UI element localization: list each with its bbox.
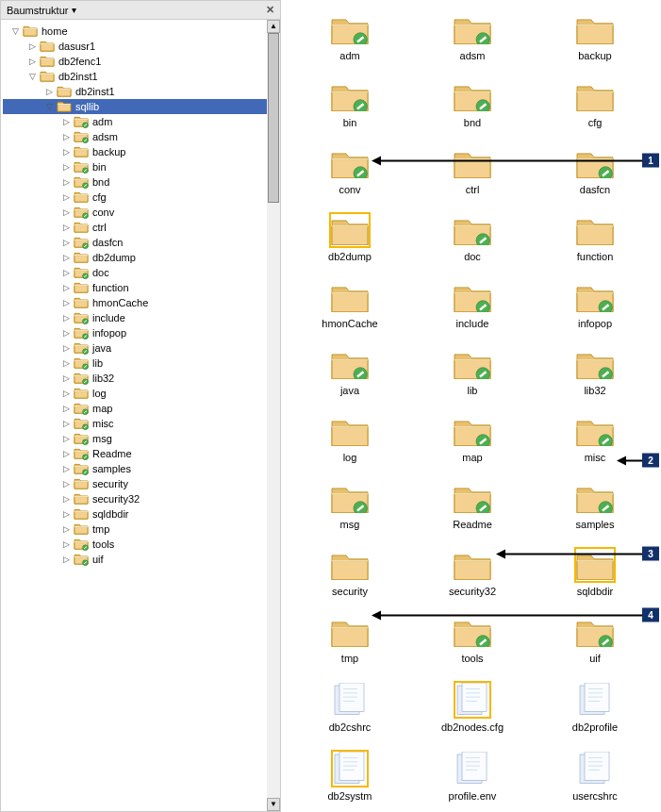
- tree-item-security32[interactable]: ▷ security32: [3, 491, 267, 506]
- expand-icon[interactable]: ▷: [61, 373, 72, 383]
- grid-item-doc[interactable]: doc: [411, 212, 534, 262]
- grid-item-include[interactable]: include: [411, 279, 534, 329]
- tree-item-lib32[interactable]: ▷ lib32: [3, 371, 267, 386]
- expand-icon[interactable]: ▷: [61, 283, 72, 292]
- collapse-icon[interactable]: ▽: [44, 102, 55, 111]
- expand-icon[interactable]: ▷: [61, 192, 72, 202]
- tree-item-tmp[interactable]: ▷ tmp: [3, 522, 267, 537]
- grid-item-profile-env[interactable]: profile.env: [411, 750, 534, 802]
- tree-item-infopop[interactable]: ▷ infopop: [3, 325, 267, 340]
- tree-item-sqllib[interactable]: ▽ sqllib: [3, 99, 267, 114]
- grid-item-misc[interactable]: misc: [534, 413, 656, 463]
- grid-item-db2systm[interactable]: db2systm: [289, 750, 411, 802]
- grid-item-uif[interactable]: uif: [534, 614, 656, 664]
- expand-icon[interactable]: ▷: [61, 313, 72, 323]
- scroll-down-icon[interactable]: ▼: [267, 798, 280, 811]
- tree-item-adm[interactable]: ▷ adm: [3, 114, 267, 129]
- grid-item-db2dump[interactable]: db2dump: [289, 212, 411, 262]
- tree-item-bin[interactable]: ▷ bin: [3, 159, 267, 174]
- grid-item-adm[interactable]: adm: [289, 11, 411, 61]
- expand-icon[interactable]: ▷: [61, 132, 72, 141]
- expand-icon[interactable]: ▷: [61, 404, 72, 413]
- tree-item-tools[interactable]: ▷ tools: [3, 537, 267, 552]
- expand-icon[interactable]: ▷: [61, 358, 72, 368]
- expand-icon[interactable]: ▷: [61, 389, 72, 398]
- tree-item-dasusr1[interactable]: ▷ dasusr1: [3, 39, 267, 54]
- tree-item-dasfcn[interactable]: ▷ dasfcn: [3, 235, 267, 250]
- tree-item-db2inst1[interactable]: ▽ db2inst1: [3, 69, 267, 84]
- tree-item-java[interactable]: ▷ java: [3, 340, 267, 356]
- grid-item-sqldbdir[interactable]: sqldbdir: [534, 547, 656, 597]
- grid-item-hmoncache[interactable]: hmonCache: [289, 279, 411, 329]
- expand-icon[interactable]: ▷: [61, 238, 72, 247]
- tree-item-function[interactable]: ▷ function: [3, 280, 267, 295]
- grid-item-ctrl[interactable]: ctrl: [411, 145, 534, 195]
- grid-item-adsm[interactable]: adsm: [411, 11, 534, 61]
- tree-item-map[interactable]: ▷ map: [3, 401, 267, 416]
- expand-icon[interactable]: ▷: [61, 449, 72, 458]
- tree-item-db2fenc1[interactable]: ▷ db2fenc1: [3, 54, 267, 69]
- expand-icon[interactable]: ▷: [61, 343, 72, 353]
- grid-item-log[interactable]: log: [289, 413, 411, 463]
- tree-item-db2dump[interactable]: ▷ db2dump: [3, 250, 267, 265]
- sidebar-title[interactable]: Baumstruktur ▾: [7, 5, 76, 16]
- tree-item-log[interactable]: ▷ log: [3, 386, 267, 401]
- grid-item-bin[interactable]: bin: [289, 78, 411, 128]
- expand-icon[interactable]: ▷: [61, 162, 72, 172]
- expand-icon[interactable]: ▷: [61, 147, 72, 157]
- expand-icon[interactable]: ▷: [61, 419, 72, 428]
- grid-item-tmp[interactable]: tmp: [289, 614, 411, 664]
- grid-item-backup[interactable]: backup: [534, 11, 656, 61]
- expand-icon[interactable]: ▷: [61, 524, 72, 534]
- grid-item-map[interactable]: map: [411, 413, 534, 463]
- grid-item-security[interactable]: security: [289, 547, 411, 597]
- expand-icon[interactable]: ▷: [61, 268, 72, 277]
- grid-item-lib[interactable]: lib: [411, 346, 534, 396]
- tree-item-samples[interactable]: ▷ samples: [3, 461, 267, 476]
- close-icon[interactable]: ✕: [266, 4, 274, 16]
- expand-icon[interactable]: ▷: [61, 298, 72, 307]
- grid-item-conv[interactable]: conv: [289, 145, 411, 195]
- grid-item-security32[interactable]: security32: [411, 547, 534, 597]
- expand-icon[interactable]: ▷: [61, 509, 72, 519]
- tree-item-bnd[interactable]: ▷ bnd: [3, 174, 267, 190]
- tree-item-conv[interactable]: ▷ conv: [3, 205, 267, 220]
- tree-item-readme[interactable]: ▷ Readme: [3, 446, 267, 461]
- tree-item-sqldbdir[interactable]: ▷ sqldbdir: [3, 506, 267, 522]
- grid-item-tools[interactable]: tools: [411, 614, 534, 664]
- scrollbar[interactable]: ▲ ▼: [267, 20, 280, 811]
- tree-item-misc[interactable]: ▷ misc: [3, 416, 267, 431]
- grid-item-function[interactable]: function: [534, 212, 656, 262]
- scroll-up-icon[interactable]: ▲: [267, 20, 280, 33]
- grid-item-lib32[interactable]: lib32: [534, 346, 656, 396]
- expand-icon[interactable]: ▷: [61, 207, 72, 217]
- expand-icon[interactable]: ▷: [61, 177, 72, 187]
- grid-item-readme[interactable]: Readme: [411, 480, 534, 530]
- expand-icon[interactable]: ▷: [27, 57, 38, 66]
- tree-item-hmoncache[interactable]: ▷ hmonCache: [3, 295, 267, 310]
- tree-item-security[interactable]: ▷ security: [3, 476, 267, 491]
- tree-item-backup[interactable]: ▷ backup: [3, 144, 267, 159]
- expand-icon[interactable]: ▷: [61, 253, 72, 262]
- grid-item-msg[interactable]: msg: [289, 480, 411, 530]
- expand-icon[interactable]: ▷: [61, 479, 72, 489]
- tree-item-home[interactable]: ▽ home: [3, 24, 267, 39]
- grid-item-java[interactable]: java: [289, 346, 411, 396]
- tree-item-include[interactable]: ▷ include: [3, 310, 267, 325]
- expand-icon[interactable]: ▷: [61, 223, 72, 232]
- collapse-icon[interactable]: ▽: [27, 72, 38, 81]
- grid-item-bnd[interactable]: bnd: [411, 78, 534, 128]
- grid-item-db2profile[interactable]: db2profile: [534, 681, 656, 733]
- tree-item-ctrl[interactable]: ▷ ctrl: [3, 220, 267, 235]
- tree-item-cfg[interactable]: ▷ cfg: [3, 190, 267, 205]
- grid-item-cfg[interactable]: cfg: [534, 78, 656, 128]
- tree-item-doc[interactable]: ▷ doc: [3, 265, 267, 280]
- grid-item-db2cshrc[interactable]: db2cshrc: [289, 681, 411, 733]
- expand-icon[interactable]: ▷: [61, 434, 72, 443]
- expand-icon[interactable]: ▷: [61, 464, 72, 473]
- grid-item-db2nodes-cfg[interactable]: db2nodes.cfg: [411, 681, 534, 733]
- expand-icon[interactable]: ▷: [44, 87, 55, 96]
- expand-icon[interactable]: ▷: [61, 555, 72, 564]
- collapse-icon[interactable]: ▽: [10, 26, 21, 36]
- tree-item-uif[interactable]: ▷ uif: [3, 552, 267, 567]
